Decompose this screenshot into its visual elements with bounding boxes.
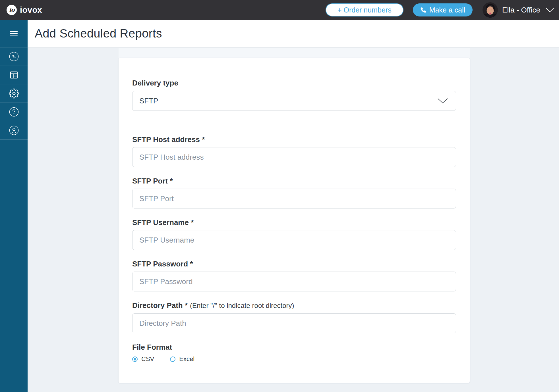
- brand-monogram: io: [9, 7, 15, 13]
- field-group-sftp-port: SFTP Port *: [132, 177, 456, 208]
- file-format-radio-group: CSV Excel: [132, 355, 456, 363]
- user-name[interactable]: Ella - Office: [502, 6, 540, 14]
- radio-option-csv[interactable]: CSV: [132, 355, 154, 363]
- brand-name: iovox: [20, 5, 42, 15]
- sftp-password-label: SFTP Password *: [132, 260, 456, 268]
- settings-icon: [9, 88, 19, 99]
- title-band: Add Scheduled Reports: [28, 20, 559, 47]
- content-area: Delivery type SFTP SFTP Host address * S…: [28, 48, 559, 392]
- sftp-host-input[interactable]: [132, 147, 456, 167]
- layout-icon: [9, 70, 19, 80]
- brand-monogram-icon: io: [7, 5, 17, 15]
- radio-excel-label: Excel: [179, 355, 194, 363]
- chevron-down-icon: [438, 98, 448, 103]
- directory-path-input[interactable]: [132, 313, 456, 333]
- user-menu-chevron-down-icon[interactable]: [546, 8, 554, 12]
- field-group-sftp-host: SFTP Host address *: [132, 135, 456, 167]
- sidebar-item-help[interactable]: [0, 103, 28, 121]
- field-group-sftp-username: SFTP Username *: [132, 218, 456, 250]
- sftp-port-label: SFTP Port *: [132, 177, 456, 185]
- help-icon: [9, 107, 19, 117]
- sidebar-item-settings[interactable]: [0, 84, 28, 103]
- avatar[interactable]: [483, 2, 498, 18]
- order-numbers-button[interactable]: + Order numbers: [326, 3, 403, 16]
- brand-logo[interactable]: io iovox: [7, 5, 42, 15]
- make-call-button[interactable]: Make a call: [413, 3, 473, 16]
- radio-csv-icon[interactable]: [132, 356, 138, 362]
- top-bar: io iovox + Order numbers Make a call: [0, 0, 559, 20]
- sftp-host-label: SFTP Host address *: [132, 135, 456, 144]
- field-group-delivery-type: Delivery type SFTP: [132, 79, 456, 111]
- field-group-directory-path: Directory Path *(Enter "/" to indicate r…: [132, 301, 456, 333]
- page-title: Add Scheduled Reports: [35, 27, 162, 40]
- account-icon: [9, 126, 19, 135]
- section-top-strip: [119, 48, 470, 58]
- radio-csv-label: CSV: [141, 355, 154, 363]
- sftp-username-label: SFTP Username *: [132, 218, 456, 227]
- field-group-sftp-password: SFTP Password *: [132, 260, 456, 291]
- delivery-type-value: SFTP: [139, 97, 158, 105]
- field-group-file-format: File Format CSV Excel: [132, 343, 456, 363]
- sidebar: [0, 20, 28, 392]
- sftp-port-input[interactable]: [132, 189, 456, 208]
- avatar-photo: [483, 2, 498, 18]
- directory-path-label-text: Directory Path *: [132, 301, 188, 310]
- sftp-password-input[interactable]: [132, 272, 456, 291]
- file-format-label: File Format: [132, 343, 456, 351]
- scheduled-report-form-card: Delivery type SFTP SFTP Host address * S…: [119, 58, 470, 383]
- delivery-type-label: Delivery type: [132, 79, 456, 87]
- radio-excel-icon[interactable]: [170, 356, 175, 362]
- delivery-type-select[interactable]: SFTP: [132, 91, 456, 111]
- make-call-label: Make a call: [429, 6, 465, 14]
- menu-toggle-button[interactable]: [0, 20, 28, 47]
- menu-icon: [10, 30, 18, 38]
- directory-path-hint: (Enter "/" to indicate root directory): [190, 302, 294, 309]
- sidebar-item-calls[interactable]: [0, 47, 28, 66]
- phone-icon: [420, 7, 426, 13]
- phone-circle-icon: [9, 52, 19, 61]
- sidebar-item-account[interactable]: [0, 121, 28, 140]
- radio-option-excel[interactable]: Excel: [170, 355, 194, 363]
- directory-path-label: Directory Path *(Enter "/" to indicate r…: [132, 301, 456, 310]
- sidebar-item-reports[interactable]: [0, 66, 28, 84]
- sftp-username-input[interactable]: [132, 230, 456, 250]
